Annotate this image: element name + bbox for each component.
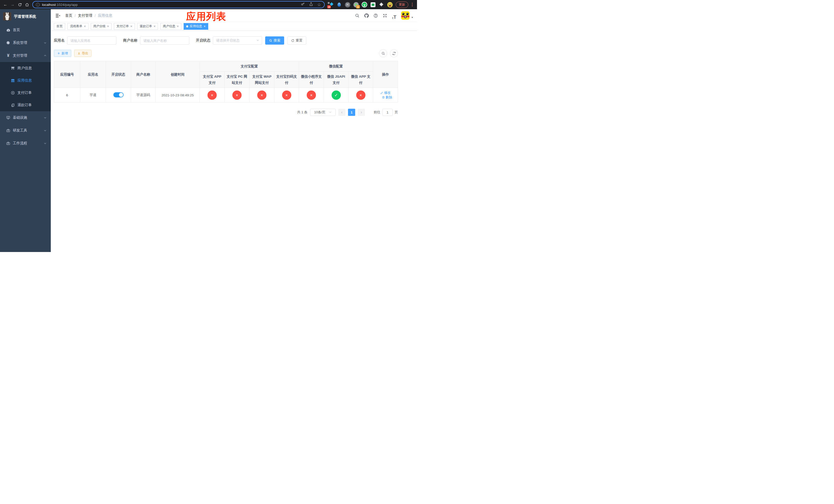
cell-actions: 修改 删除	[373, 88, 398, 102]
shop-icon	[10, 66, 15, 70]
sidebar-item-infrastructure[interactable]: 基础设施	[0, 111, 51, 124]
profile-emoji-icon[interactable]	[387, 2, 393, 7]
extension-balloon-icon[interactable]	[336, 2, 342, 7]
merchant-name-input[interactable]	[140, 37, 189, 45]
next-page-button[interactable]: ›	[358, 109, 365, 116]
tag-refund-orders[interactable]: 退款订单×	[137, 23, 158, 30]
tag-merchant-info[interactable]: 商户信息×	[160, 23, 181, 30]
cell-app-name: 芋道	[80, 88, 106, 102]
reset-button[interactable]: 重置	[287, 37, 306, 45]
yen-icon: ¥	[6, 53, 10, 58]
sidebar-item-merchant-info[interactable]: 商户信息	[0, 62, 51, 74]
prev-page-button[interactable]: ‹	[338, 109, 346, 116]
edit-link[interactable]: 修改	[380, 91, 391, 95]
refresh-icon	[291, 39, 294, 42]
export-button[interactable]: 导出	[74, 50, 91, 57]
payment-submenu: 商户信息 应用信息 支付订单 退款订单	[0, 62, 51, 111]
table-grid-icon	[10, 78, 15, 83]
close-icon[interactable]: ×	[84, 24, 86, 28]
page-annotation-title: 应用列表	[186, 10, 226, 23]
trash-icon	[382, 96, 385, 99]
tag-home[interactable]: 首页	[54, 23, 65, 30]
sidebar-item-app-info[interactable]: 应用信息	[0, 74, 51, 87]
table-row: 6 芋道 芋道源码 2021-10-23 08:49:25 × × × × × …	[54, 88, 398, 102]
sidebar-item-refund-orders[interactable]: 退款订单	[0, 99, 51, 111]
tag-pay-orders[interactable]: 支付订单×	[114, 23, 135, 30]
status-select[interactable]: 请选择开启状态	[213, 37, 262, 45]
site-info-icon[interactable]: i	[36, 3, 40, 7]
breadcrumb: 首页 / 支付管理 / 应用信息	[65, 13, 112, 18]
back-icon[interactable]: ←	[2, 1, 9, 8]
extension-command-icon[interactable]: ⌘	[345, 2, 350, 7]
col-header-wx-app: 微信 APP 支付	[349, 71, 373, 88]
url-text[interactable]: localhost:1024/pay/app	[42, 3, 78, 7]
breadcrumb-home[interactable]: 首页	[65, 13, 72, 18]
close-icon[interactable]: ×	[177, 24, 179, 28]
refresh-table-button[interactable]	[390, 49, 398, 58]
fullscreen-icon[interactable]	[381, 12, 389, 20]
app-logo	[3, 12, 11, 21]
sidebar-item-workflow[interactable]: 工作流程	[0, 137, 51, 150]
sidebar-item-pay-orders[interactable]: 支付订单	[0, 87, 51, 99]
sidebar-item-label: 支付订单	[18, 91, 32, 95]
app-logo-row[interactable]: 芋道管理系统	[0, 9, 51, 24]
sidebar-item-label: 首页	[13, 28, 20, 32]
show-search-button[interactable]	[379, 49, 387, 58]
address-bar[interactable]: i localhost:1024/pay/app ☆	[32, 1, 325, 8]
cell-wx-app: ×	[349, 88, 373, 102]
share-icon[interactable]	[309, 2, 313, 7]
breadcrumb-section: 支付管理	[78, 13, 92, 18]
extension-recorder-icon[interactable]: 1	[353, 2, 359, 7]
sidebar-item-payment[interactable]: ¥ 支付管理	[0, 49, 51, 62]
delete-link[interactable]: 删除	[382, 95, 392, 100]
reload-icon[interactable]	[16, 1, 23, 8]
page-size-select[interactable]: 10条/页	[310, 109, 336, 116]
goto-page-input[interactable]	[382, 109, 393, 116]
browser-menu-icon[interactable]	[410, 3, 414, 6]
help-icon[interactable]	[372, 12, 379, 20]
user-avatar[interactable]	[401, 11, 410, 20]
close-icon[interactable]: ×	[204, 24, 206, 28]
avatar-caret-icon[interactable]: ▾	[412, 16, 413, 19]
search-icon[interactable]	[353, 12, 361, 20]
tag-process-form[interactable]: 流程表单×	[67, 23, 88, 30]
sidebar-item-home[interactable]: 首页	[0, 24, 51, 37]
password-key-icon[interactable]	[301, 2, 305, 7]
search-icon	[269, 39, 272, 42]
col-header-merchant: 商户名称	[131, 61, 156, 88]
browser-chrome: ← → i localhost:1024/pay/app ☆ 10 ⌘	[0, 0, 417, 9]
chrome-update-button[interactable]: 更新	[396, 2, 408, 8]
search-button[interactable]: 搜索	[265, 37, 284, 45]
chevron-down-icon	[44, 142, 47, 145]
status-disabled-icon: ×	[257, 91, 266, 100]
extension-y-icon[interactable]: y	[361, 2, 367, 7]
add-button[interactable]: 新增	[54, 50, 71, 57]
chevron-down-icon	[256, 39, 259, 43]
close-icon[interactable]: ×	[154, 24, 156, 28]
home-icon[interactable]	[24, 1, 30, 8]
close-icon[interactable]: ×	[130, 24, 132, 28]
app-name-input[interactable]	[67, 37, 116, 45]
cell-wx-jsapi: ✓	[324, 88, 349, 102]
status-toggle[interactable]	[113, 92, 124, 97]
sidebar-item-system[interactable]: 系统管理	[0, 37, 51, 49]
page-number-1[interactable]: 1	[348, 109, 355, 116]
status-label: 开启状态	[196, 38, 210, 43]
app-table: 应用编号 应用名 开启状态 商户名称 创建时间 支付宝配置 微信配置 操作 支付…	[54, 61, 398, 102]
extension-chat-icon[interactable]	[370, 2, 376, 7]
bookmark-star-icon[interactable]: ☆	[317, 2, 321, 7]
tag-app-info[interactable]: 应用信息×	[184, 23, 208, 30]
font-size-icon[interactable]: тT	[390, 12, 398, 20]
chevron-down-icon	[44, 116, 47, 119]
extension-diamond-icon[interactable]: 10	[328, 2, 333, 7]
forward-icon[interactable]: →	[9, 1, 16, 8]
sidebar-item-label: 工作流程	[13, 141, 27, 145]
sidebar-collapse-icon[interactable]	[55, 13, 61, 19]
github-icon[interactable]	[363, 12, 370, 20]
tag-user-group[interactable]: 用户分组×	[91, 23, 112, 30]
goto-label: 前往	[374, 110, 380, 115]
sidebar-item-dev-tools[interactable]: 研发工具	[0, 124, 51, 137]
extensions-puzzle-icon[interactable]	[378, 2, 384, 7]
close-icon[interactable]: ×	[107, 24, 109, 28]
toolbox-icon	[6, 141, 10, 145]
